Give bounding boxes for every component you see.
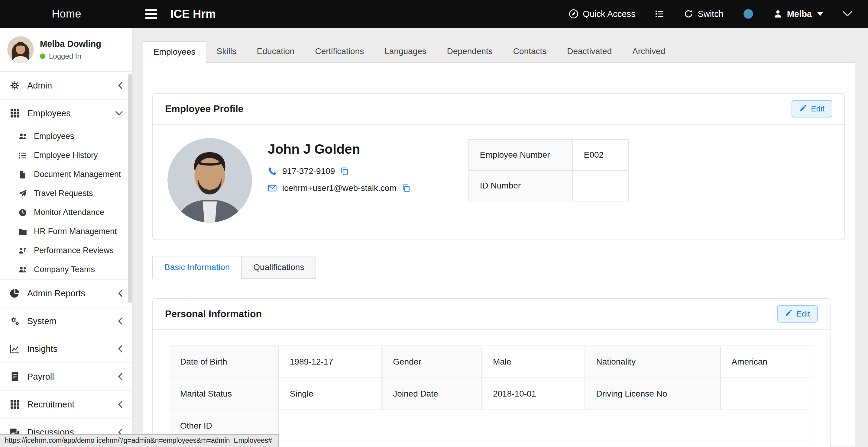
sidebar-item-label: Insights (27, 344, 57, 354)
edit-label: Edit (796, 309, 810, 319)
sidebar-subitem-label: Performance Reviews (34, 246, 114, 255)
sidebar-subitem-document-management[interactable]: Document Management (0, 165, 132, 184)
grid-icon (10, 108, 20, 118)
card-title: Employee Profile (165, 103, 244, 115)
user-menu[interactable]: Melba (773, 9, 823, 19)
avatar (7, 36, 34, 63)
sidebar-subitem-employee-history[interactable]: Employee History (0, 146, 132, 165)
table-row: ID Number (469, 170, 628, 201)
field-label: Gender (382, 346, 482, 378)
chevron-left-icon (118, 290, 123, 297)
employee-info: John J Golden 917-372-9109 (268, 138, 410, 193)
tab-education[interactable]: Education (247, 41, 305, 62)
status-url: https://icehrm.com/app/demo-icehrm/?g=ad… (5, 437, 272, 444)
switch-button[interactable]: Switch (684, 9, 723, 19)
tab-dependents[interactable]: Dependents (437, 41, 503, 62)
performance-icon (18, 246, 27, 255)
login-status-label: Logged In (49, 52, 81, 60)
user-label: Melba (787, 9, 812, 19)
user-name: Melba Dowling (40, 39, 101, 49)
switch-rotate-icon (684, 9, 693, 19)
sidebar-subitem-label: Company Teams (34, 265, 95, 274)
email-address: icehrm+user1@web-stalk.com (282, 183, 397, 193)
card-title: Personal Information (165, 308, 262, 320)
clock-icon (18, 208, 27, 217)
chart-line-icon (10, 344, 20, 354)
tab-qualifications[interactable]: Qualifications (242, 256, 316, 279)
field-label: Nationality (585, 346, 720, 378)
sidebar-subitem-company-teams[interactable]: Company Teams (0, 260, 132, 279)
login-status: Logged In (40, 52, 101, 60)
tasks-icon[interactable] (655, 9, 664, 19)
globe-language-icon[interactable] (743, 8, 754, 19)
copy-icon[interactable] (402, 184, 410, 192)
sidebar-item-employees[interactable]: Employees (0, 100, 132, 127)
plane-icon (18, 189, 27, 198)
sidebar-scrollbar[interactable] (128, 74, 132, 303)
pencil-icon (785, 309, 793, 319)
sidebar-item-recruitment[interactable]: Recruitment (0, 391, 132, 419)
switch-label: Switch (698, 9, 723, 19)
copy-icon[interactable] (340, 167, 349, 175)
collapse-topbar-chevron-icon[interactable] (843, 11, 852, 17)
sidebar-subitem-employees[interactable]: Employees (0, 127, 132, 146)
table-row: Date of Birth 1989-12-17 Gender Male Nat… (169, 346, 814, 378)
table-grid-icon (10, 399, 20, 410)
tab-basic-information[interactable]: Basic Information (152, 256, 242, 279)
tab-skills[interactable]: Skills (207, 41, 247, 62)
summary-value (573, 170, 628, 201)
tab-archived[interactable]: Archived (622, 41, 676, 62)
email-row: icehrm+user1@web-stalk.com (268, 183, 410, 193)
employee-profile-header: Employee Profile Edit (153, 94, 844, 125)
sidebar-subitem-label: Travel Requests (34, 189, 93, 198)
tab-certifications[interactable]: Certifications (305, 41, 374, 62)
sidebar-subitem-travel-requests[interactable]: Travel Requests (0, 184, 132, 203)
sidebar-item-system[interactable]: System (0, 308, 132, 335)
sidebar-subitem-label: Employees (34, 132, 74, 141)
sidebar-item-admin-reports[interactable]: Admin Reports (0, 280, 132, 308)
tab-contacts[interactable]: Contacts (503, 41, 557, 62)
edit-label: Edit (811, 104, 825, 114)
field-label: Date of Birth (169, 346, 279, 378)
chart-pie-icon (10, 288, 20, 298)
gears-icon (10, 316, 20, 326)
person-icon (773, 9, 783, 19)
field-value (720, 378, 814, 410)
mail-icon (268, 184, 277, 193)
edit-profile-button[interactable]: Edit (792, 100, 832, 118)
app-title[interactable]: ICE Hrm (170, 7, 216, 21)
tab-deactivated[interactable]: Deactivated (557, 41, 622, 62)
home-link[interactable]: Home (0, 7, 133, 20)
sidebar-item-payroll[interactable]: Payroll (0, 363, 132, 391)
pencil-icon (799, 104, 807, 114)
sidebar-subitem-label: Monitor Attendance (34, 208, 104, 217)
tab-employees[interactable]: Employees (143, 41, 207, 63)
helm-icon (10, 81, 20, 91)
sidebar-subitem-label: HR Form Management (34, 227, 117, 236)
sidebar-subitem-hr-form-management[interactable]: HR Form Management (0, 222, 132, 241)
hamburger-menu-icon[interactable] (145, 9, 157, 19)
sidebar-item-admin[interactable]: Admin (0, 72, 132, 100)
sidebar: Melba Dowling Logged In Admin Employees (0, 28, 133, 447)
chevron-left-icon (118, 373, 123, 380)
phone-row: 917-372-9109 (268, 166, 410, 176)
users-icon (18, 265, 27, 274)
phone-number: 917-372-9109 (282, 166, 335, 176)
edit-personal-info-button[interactable]: Edit (777, 305, 818, 323)
field-value: Single (279, 378, 382, 410)
sidebar-item-insights[interactable]: Insights (0, 335, 132, 363)
quick-access-button[interactable]: Quick Access (569, 9, 635, 19)
sidebar-item-label: Payroll (27, 372, 54, 382)
status-url-bar: https://icehrm.com/app/demo-icehrm/?g=ad… (0, 434, 279, 447)
personal-information-card: Personal Information Edit Date of Birth … (152, 298, 831, 447)
phone-icon (268, 167, 277, 176)
sidebar-subitem-monitor-attendance[interactable]: Monitor Attendance (0, 203, 132, 222)
sidebar-item-label: Admin Reports (27, 288, 85, 298)
sidebar-subitem-performance-reviews[interactable]: Performance Reviews (0, 241, 132, 260)
quick-access-label: Quick Access (583, 9, 635, 19)
personal-information-body: Date of Birth 1989-12-17 Gender Male Nat… (153, 330, 830, 447)
field-value: 1989-12-17 (279, 346, 382, 378)
tab-languages[interactable]: Languages (374, 41, 437, 62)
main-content: Employees Skills Education Certification… (133, 28, 868, 447)
sidebar-subitem-label: Document Management (34, 170, 121, 179)
